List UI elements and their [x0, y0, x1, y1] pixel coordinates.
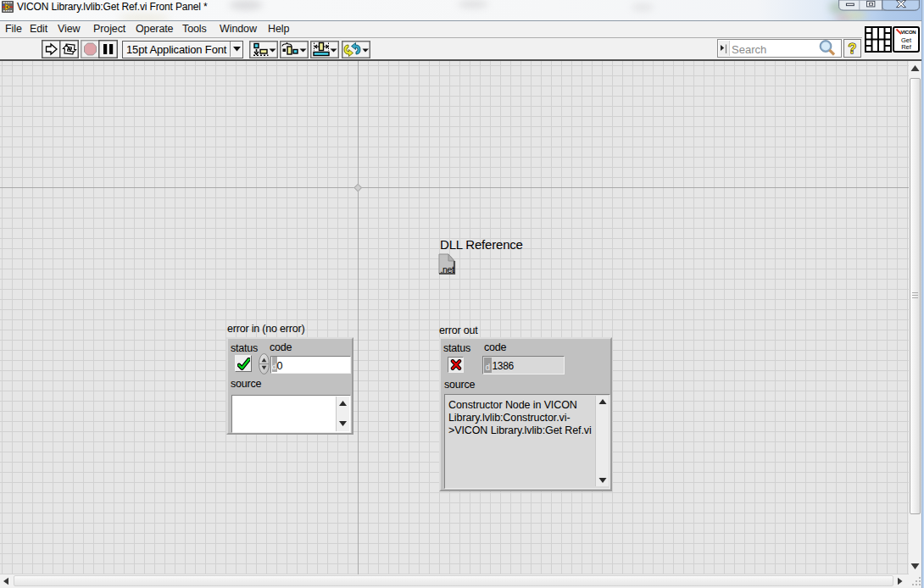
- svg-text:?: ?: [849, 42, 857, 56]
- svg-text:.net: .net: [441, 264, 454, 275]
- svg-text:VICON: VICON: [900, 30, 916, 35]
- svg-text:Ref: Ref: [901, 43, 912, 51]
